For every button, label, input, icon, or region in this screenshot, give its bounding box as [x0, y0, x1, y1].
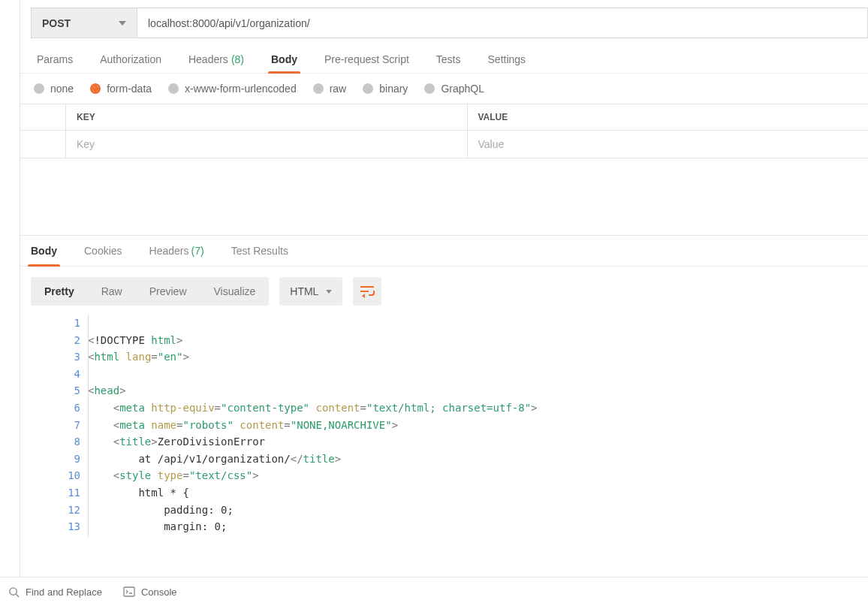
- search-icon: [8, 586, 20, 598]
- response-body-code[interactable]: 1 2 3 4 5 6 7 8 9 10 11 12 13 14 <!DOCTY…: [20, 312, 868, 537]
- line-gutter: 1 2 3 4 5 6 7 8 9 10 11 12 13 14: [20, 315, 88, 537]
- key-input[interactable]: Key: [65, 131, 467, 158]
- tab-prerequest[interactable]: Pre-request Script: [321, 46, 412, 73]
- radio-icon: [363, 83, 373, 94]
- status-bar: Find and Replace Console: [0, 577, 868, 606]
- view-mode-segment: Pretty Raw Preview Visualize: [31, 277, 269, 306]
- radio-icon: [34, 83, 44, 94]
- body-type-graphql[interactable]: GraphQL: [424, 83, 484, 95]
- http-method-value: POST: [42, 17, 71, 29]
- resp-tab-headers[interactable]: Headers(7): [146, 236, 207, 266]
- code-content: <!DOCTYPE html> <html lang="en"> <head> …: [88, 315, 538, 537]
- tab-tests[interactable]: Tests: [433, 46, 464, 73]
- resp-tab-testresults[interactable]: Test Results: [228, 236, 291, 266]
- url-input[interactable]: localhost:8000/api/v1/organization/: [137, 8, 868, 38]
- console-icon: [123, 586, 135, 598]
- view-raw[interactable]: Raw: [88, 277, 136, 306]
- value-input[interactable]: Value: [467, 131, 869, 158]
- svg-rect-2: [124, 587, 134, 596]
- tab-authorization[interactable]: Authorization: [97, 46, 164, 73]
- svg-line-1: [16, 594, 19, 597]
- radio-icon: [90, 83, 101, 94]
- chevron-down-icon: [326, 290, 332, 294]
- column-value: VALUE: [467, 104, 869, 130]
- body-type-binary[interactable]: binary: [363, 83, 408, 95]
- resp-tab-body[interactable]: Body: [28, 236, 60, 266]
- view-visualize[interactable]: Visualize: [200, 277, 270, 306]
- view-pretty[interactable]: Pretty: [31, 277, 88, 306]
- radio-icon: [424, 83, 435, 94]
- body-type-none[interactable]: none: [34, 83, 74, 95]
- chevron-down-icon: [119, 21, 126, 26]
- svg-point-0: [9, 587, 16, 594]
- wrap-lines-button[interactable]: [353, 277, 381, 306]
- tab-body[interactable]: Body: [268, 46, 300, 73]
- url-text: localhost:8000/api/v1/organization/: [148, 17, 310, 29]
- http-method-select[interactable]: POST: [31, 8, 137, 38]
- body-type-formdata[interactable]: form-data: [90, 83, 152, 95]
- tab-headers[interactable]: Headers(8): [185, 46, 247, 73]
- radio-icon: [168, 83, 179, 94]
- column-key: KEY: [65, 104, 467, 130]
- console-button[interactable]: Console: [123, 586, 177, 598]
- body-type-xwww[interactable]: x-www-form-urlencoded: [168, 83, 297, 95]
- row-handle[interactable]: [20, 131, 65, 158]
- language-select[interactable]: HTML: [279, 277, 342, 306]
- view-preview[interactable]: Preview: [136, 277, 200, 306]
- formdata-table: KEY VALUE Key Value: [20, 104, 868, 158]
- body-type-raw[interactable]: raw: [313, 83, 347, 95]
- radio-icon: [313, 83, 324, 94]
- tab-params[interactable]: Params: [34, 46, 76, 73]
- tab-settings[interactable]: Settings: [485, 46, 529, 73]
- resp-tab-cookies[interactable]: Cookies: [81, 236, 125, 266]
- find-replace-button[interactable]: Find and Replace: [8, 586, 102, 598]
- wrap-icon: [360, 286, 374, 297]
